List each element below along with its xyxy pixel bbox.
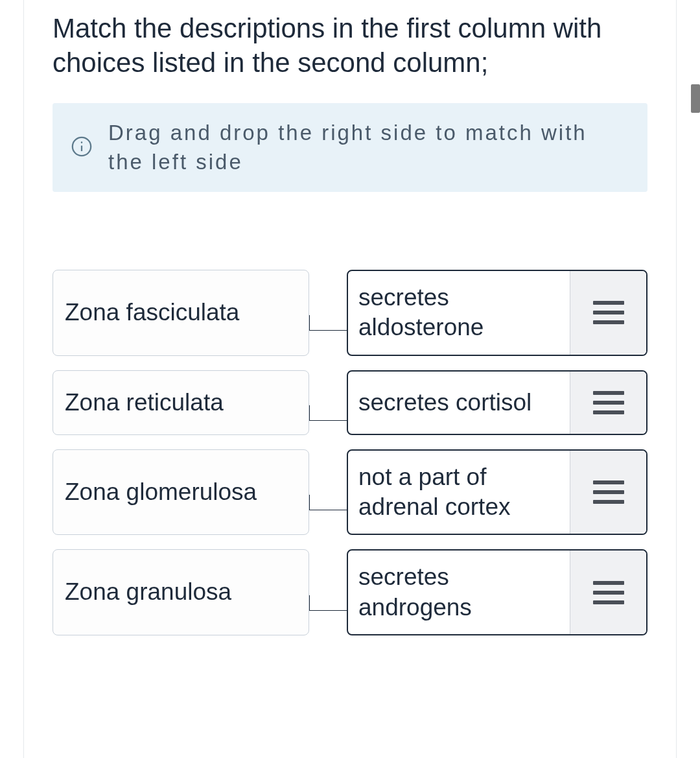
question-title: Match the descriptions in the first colu… — [52, 12, 648, 80]
match-left-card: Zona fasciculata — [52, 270, 309, 356]
match-connector — [309, 385, 347, 421]
drag-handle-icon — [593, 391, 624, 414]
drag-handle-icon — [593, 581, 624, 604]
match-right-card[interactable]: secretes cortisol — [347, 370, 648, 435]
question-container: Match the descriptions in the first colu… — [23, 0, 677, 758]
match-right-text: not a part of adrenal cortex — [348, 451, 570, 534]
match-left-text: Zona granulosa — [65, 577, 231, 607]
match-row: Zona fasciculata secretes aldosterone — [52, 270, 648, 356]
match-rows: Zona fasciculata secretes aldosterone Zo… — [52, 270, 648, 635]
match-connector — [309, 474, 347, 510]
info-text: Drag and drop the right side to match wi… — [108, 119, 629, 176]
drag-handle-icon — [593, 480, 624, 504]
drag-handle[interactable] — [570, 372, 646, 434]
match-left-card: Zona reticulata — [52, 370, 309, 435]
drag-handle[interactable] — [570, 271, 646, 355]
match-right-text: secretes androgens — [348, 551, 570, 634]
match-left-text: Zona glomerulosa — [65, 477, 257, 507]
match-left-card: Zona granulosa — [52, 549, 309, 635]
scrollbar-thumb[interactable] — [691, 84, 700, 113]
match-row: Zona granulosa secretes androgens — [52, 549, 648, 635]
info-box: Drag and drop the right side to match wi… — [52, 103, 648, 192]
match-row: Zona glomerulosa not a part of adrenal c… — [52, 449, 648, 536]
match-right-card[interactable]: not a part of adrenal cortex — [347, 449, 648, 536]
match-connector — [309, 574, 347, 611]
info-icon — [71, 136, 93, 160]
drag-handle[interactable] — [570, 451, 646, 534]
match-left-text: Zona fasciculata — [65, 298, 239, 327]
match-right-card[interactable]: secretes aldosterone — [347, 270, 648, 356]
match-left-text: Zona reticulata — [65, 388, 224, 418]
drag-handle[interactable] — [570, 551, 646, 634]
match-right-text: secretes cortisol — [348, 372, 570, 434]
match-right-text: secretes aldosterone — [348, 271, 570, 355]
drag-handle-icon — [593, 301, 624, 324]
match-row: Zona reticulata secretes cortisol — [52, 370, 648, 435]
svg-point-2 — [81, 141, 83, 143]
match-left-card: Zona glomerulosa — [52, 449, 309, 536]
match-connector — [309, 294, 347, 331]
match-right-card[interactable]: secretes androgens — [347, 549, 648, 635]
